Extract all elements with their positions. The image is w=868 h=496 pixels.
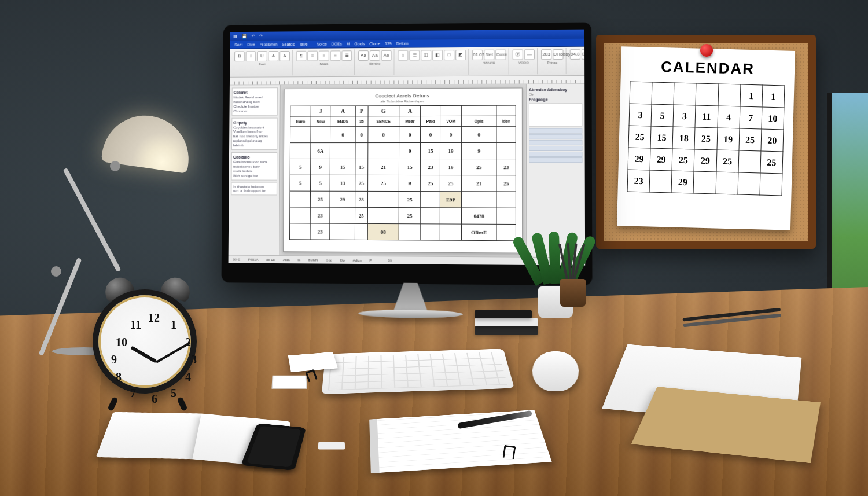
ribbon-button[interactable]: ⌂ — [398, 50, 408, 61]
calendar-cell[interactable] — [496, 126, 516, 142]
ribbon-button[interactable]: 94.8 — [570, 49, 580, 60]
calendar-cell[interactable] — [440, 224, 462, 240]
ribbon-button[interactable]: Engare — [582, 49, 585, 60]
calendar-cell[interactable]: 25 — [367, 175, 399, 191]
calendar-cell[interactable]: 21 — [461, 175, 496, 192]
calendar-cell[interactable]: 5 — [290, 175, 311, 191]
calendar-cell[interactable]: 0 — [399, 142, 421, 159]
task-pane-row[interactable] — [529, 134, 582, 139]
ribbon-toolbar[interactable]: BIUAAFoat¶≡≡≡≣SnalsAaAaAaBendro⌂☰◫◧□◩61.… — [230, 47, 584, 78]
nav-section[interactable]: ColoretModek.Rewid onedhobendroiog boinC… — [231, 87, 278, 115]
calendar-cell[interactable]: 5 — [311, 175, 330, 191]
ribbon-button[interactable]: Aa — [381, 50, 392, 61]
nav-section[interactable]: In khoskelo helocareaon or theb-opport l… — [231, 182, 277, 196]
calendar-cell[interactable] — [440, 208, 462, 224]
calendar-cell[interactable] — [311, 127, 330, 143]
calendar-cell[interactable] — [496, 142, 516, 159]
calendar-cell[interactable]: 15 — [399, 159, 421, 175]
ribbon-button[interactable]: 283 — [541, 49, 551, 60]
menu-item[interactable]: Seards — [282, 42, 295, 46]
calendar-cell[interactable] — [399, 224, 420, 240]
redo-icon[interactable]: ↷ — [259, 34, 263, 39]
calendar-cell[interactable]: 9 — [311, 159, 330, 175]
calendar-cell[interactable]: 23 — [496, 159, 516, 175]
nav-section[interactable]: CoolaliloGure bnousuioon soceteobckserie… — [231, 152, 278, 180]
ribbon-button[interactable]: 61.07 — [472, 50, 483, 60]
ribbon-button[interactable]: A — [279, 51, 290, 61]
calendar-cell[interactable]: 25 — [355, 175, 367, 191]
calendar-cell[interactable]: 04?8 — [461, 208, 496, 224]
task-pane-row[interactable] — [529, 140, 582, 145]
calendar-cell[interactable] — [355, 143, 367, 159]
menu-item[interactable]: DOEs — [332, 42, 342, 46]
calendar-cell[interactable]: 25 — [496, 175, 516, 192]
ribbon-button[interactable]: A — [269, 51, 279, 61]
calendar-cell[interactable]: 25 — [399, 192, 421, 208]
ribbon-button[interactable]: ◫ — [421, 50, 431, 60]
menu-item[interactable]: Deforn — [396, 42, 409, 46]
ribbon-button[interactable]: Ⓟ — [513, 49, 523, 60]
ribbon-button[interactable]: ☰ — [409, 50, 420, 61]
calendar-cell[interactable]: 08 — [367, 223, 399, 240]
calendar-cell[interactable]: 0 — [367, 127, 399, 143]
menu-item[interactable]: M — [347, 42, 350, 46]
ribbon-button[interactable]: I — [246, 51, 256, 61]
menu-item[interactable]: 139 — [385, 42, 392, 46]
calendar-cell[interactable]: 0 — [355, 127, 367, 143]
ribbon-button[interactable]: ◩ — [455, 50, 466, 60]
calendar-cell[interactable] — [367, 143, 399, 159]
menu-item[interactable]: Procionen — [260, 42, 278, 46]
calendar-table[interactable]: JAPGAEuroNowENDS35SBNCEMearPaidVOMOpisId… — [289, 105, 516, 241]
calendar-cell[interactable]: 0 — [461, 126, 496, 142]
save-icon[interactable]: 💾 — [242, 34, 247, 39]
calendar-cell[interactable] — [330, 143, 356, 159]
ribbon-button[interactable]: Aa — [370, 50, 380, 61]
calendar-cell[interactable]: 25 — [461, 159, 496, 175]
navigation-pane[interactable]: ColoretModek.Rewid onedhobendroiog boinC… — [229, 85, 281, 255]
calendar-cell[interactable]: 19 — [440, 142, 462, 159]
calendar-cell[interactable]: ORmE — [461, 224, 496, 241]
calendar-cell[interactable]: E9P — [440, 192, 462, 208]
calendar-cell[interactable] — [367, 191, 399, 207]
calendar-cell[interactable]: 6A — [311, 143, 330, 159]
ribbon-button[interactable]: ◧ — [432, 50, 443, 60]
calendar-cell[interactable] — [421, 192, 440, 208]
calendar-cell[interactable]: 25 — [311, 191, 330, 207]
calendar-cell[interactable]: 25 — [421, 175, 440, 192]
calendar-cell[interactable]: 23 — [421, 159, 440, 175]
calendar-cell[interactable]: 25 — [440, 175, 462, 192]
calendar-cell[interactable]: 19 — [440, 159, 462, 175]
task-pane-row[interactable] — [529, 152, 582, 157]
document-page[interactable]: Cooclect Aarels Detuns ale Ticbn Mine Ri… — [283, 87, 523, 253]
ribbon-button[interactable]: — — [524, 49, 535, 60]
calendar-cell[interactable] — [496, 224, 516, 240]
menu-item[interactable]: Soet — [234, 43, 242, 47]
calendar-cell[interactable] — [290, 223, 311, 240]
calendar-cell[interactable]: 9 — [461, 142, 496, 159]
calendar-cell[interactable] — [496, 208, 516, 224]
calendar-cell[interactable] — [290, 143, 311, 159]
ribbon-button[interactable]: ≡ — [307, 51, 318, 61]
nav-section[interactable]: GitpetyCoypldes brousalontVorellorn lene… — [231, 117, 278, 150]
calendar-cell[interactable]: 13 — [330, 175, 355, 191]
calendar-cell[interactable] — [330, 207, 355, 223]
calendar-cell[interactable]: 0 — [421, 126, 440, 142]
calendar-cell[interactable] — [290, 127, 311, 143]
calendar-cell[interactable] — [290, 207, 311, 223]
menu-item[interactable]: Tave — [299, 42, 308, 46]
calendar-cell[interactable]: 28 — [355, 191, 367, 207]
calendar-cell[interactable]: 15 — [330, 159, 355, 175]
calendar-cell[interactable]: 29 — [330, 191, 355, 207]
calendar-cell[interactable]: 15 — [421, 142, 440, 159]
ribbon-button[interactable]: U — [257, 51, 267, 61]
menu-item[interactable]: Gocls — [355, 42, 365, 46]
calendar-cell[interactable]: B — [399, 175, 421, 191]
ribbon-button[interactable]: ≡ — [330, 50, 341, 61]
calendar-cell[interactable]: 0 — [440, 126, 462, 142]
calendar-cell[interactable]: 21 — [367, 159, 399, 175]
task-pane-row[interactable] — [529, 157, 582, 163]
ribbon-button[interactable]: 3iet — [484, 50, 494, 60]
calendar-cell[interactable] — [421, 224, 440, 240]
calendar-cell[interactable] — [461, 192, 496, 208]
calendar-cell[interactable] — [421, 208, 440, 224]
